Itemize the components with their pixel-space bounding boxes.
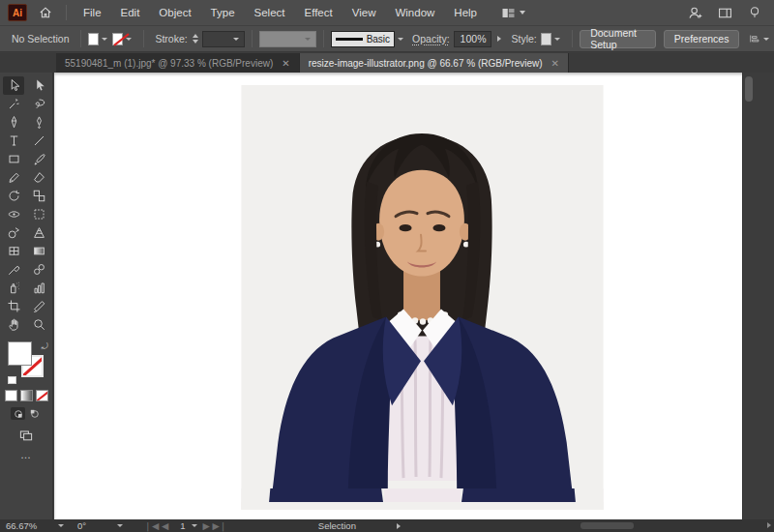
control-bar: No Selection Stroke: Basic Opacity: 100%… xyxy=(0,26,774,52)
screen-mode-button[interactable] xyxy=(0,428,52,443)
zoom-chevron-icon[interactable] xyxy=(58,524,64,527)
illustrator-logo: Ai xyxy=(8,4,27,21)
status-readout: Selection xyxy=(318,520,356,531)
align-icon[interactable] xyxy=(749,31,760,46)
rotation-field[interactable]: 0° xyxy=(72,519,92,532)
workspace-icon xyxy=(501,6,516,20)
brush-chevron-icon[interactable] xyxy=(398,38,403,41)
tool-eraser[interactable] xyxy=(28,168,49,187)
opacity-expand-icon[interactable] xyxy=(497,36,501,42)
tab-title: 55190481_m (1).jpg* @ 97.33 % (RGB/Previ… xyxy=(65,58,273,69)
stroke-weight-dropdown[interactable] xyxy=(202,31,245,47)
tool-rotate[interactable] xyxy=(3,187,24,205)
menu-item-effect[interactable]: Effect xyxy=(296,0,342,26)
color-button[interactable] xyxy=(5,390,17,401)
tool-type[interactable] xyxy=(3,132,24,150)
draw-behind-button[interactable] xyxy=(27,407,42,420)
menu-item-edit[interactable]: Edit xyxy=(112,0,149,26)
tool-free-transform[interactable] xyxy=(28,205,49,223)
tool-paintbrush[interactable] xyxy=(28,150,49,168)
tool-perspective-grid[interactable] xyxy=(28,223,49,242)
arrange-documents-icon[interactable] xyxy=(717,5,733,21)
horizontal-scroll-thumb[interactable] xyxy=(580,522,634,529)
rotation-chevron-icon[interactable] xyxy=(117,524,123,527)
edit-toolbar-ellipsis[interactable]: … xyxy=(0,449,52,460)
fill-chevron-icon[interactable] xyxy=(102,38,107,41)
discover-lightbulb-icon[interactable] xyxy=(747,5,762,20)
tool-pen[interactable] xyxy=(3,113,24,132)
opacity-input[interactable]: 100% xyxy=(454,31,492,47)
share-user-icon[interactable] xyxy=(687,5,703,21)
home-icon[interactable] xyxy=(33,0,58,26)
tool-blend[interactable] xyxy=(28,260,49,279)
close-icon[interactable]: ✕ xyxy=(551,58,559,69)
style-swatch[interactable] xyxy=(541,33,551,45)
tool-gradient[interactable] xyxy=(28,242,49,260)
fill-stroke-cluster: ⤾ xyxy=(8,341,46,382)
swap-fill-stroke-icon[interactable]: ⤾ xyxy=(42,341,49,352)
stroke-chevron-icon[interactable] xyxy=(126,38,132,41)
tool-zoom[interactable] xyxy=(28,315,49,334)
document-tab[interactable]: 55190481_m (1).jpg* @ 97.33 % (RGB/Previ… xyxy=(56,53,300,73)
placed-portrait-image[interactable] xyxy=(241,85,604,510)
artboard-canvas[interactable] xyxy=(54,73,754,519)
menu-item-select[interactable]: Select xyxy=(246,0,294,26)
align-chevron-icon[interactable] xyxy=(763,38,769,41)
draw-normal-button[interactable] xyxy=(11,407,25,420)
brush-name: Basic xyxy=(367,34,390,44)
tab-title: resize-image-illustrator.png @ 66.67 % (… xyxy=(309,58,543,69)
menu-item-object[interactable]: Object xyxy=(150,0,199,26)
close-icon[interactable]: ✕ xyxy=(282,58,289,69)
default-fill-stroke-icon[interactable] xyxy=(8,376,16,384)
tool-direct-selection[interactable] xyxy=(28,76,49,95)
menu-item-window[interactable]: Window xyxy=(386,0,443,26)
document-tab[interactable]: resize-image-illustrator.png @ 66.67 % (… xyxy=(300,53,569,73)
tool-scale[interactable] xyxy=(28,187,49,205)
workspace-switcher[interactable] xyxy=(495,0,531,26)
tool-slice[interactable] xyxy=(28,297,49,315)
menu-item-view[interactable]: View xyxy=(343,0,385,26)
menu-item-file[interactable]: File xyxy=(74,0,110,26)
menu-item-help[interactable]: Help xyxy=(445,0,486,26)
style-chevron-icon[interactable] xyxy=(554,38,560,41)
stroke-weight-stepper[interactable] xyxy=(192,31,200,46)
tool-lasso[interactable] xyxy=(28,95,49,113)
divider xyxy=(80,30,81,47)
tool-width[interactable] xyxy=(3,205,24,223)
tool-magic-wand[interactable] xyxy=(3,95,24,113)
tool-line-segment[interactable] xyxy=(28,132,49,150)
preferences-button[interactable]: Preferences xyxy=(664,30,740,48)
color-mode-row xyxy=(0,390,52,401)
document-setup-button[interactable]: Document Setup xyxy=(580,30,656,48)
tool-mesh[interactable] xyxy=(3,242,24,260)
status-expand-icon[interactable] xyxy=(397,523,401,529)
menu-item-type[interactable]: Type xyxy=(202,0,244,26)
vertical-scroll-thumb[interactable] xyxy=(745,76,753,102)
brush-stroke-preview xyxy=(336,38,363,41)
tool-artboard[interactable] xyxy=(3,297,24,315)
scroll-right-arrow[interactable] xyxy=(767,522,771,528)
tool-curvature[interactable] xyxy=(28,113,49,132)
opacity-label[interactable]: Opacity: xyxy=(412,33,450,44)
tool-column-graph[interactable] xyxy=(28,279,49,297)
gradient-button[interactable] xyxy=(20,390,33,401)
tool-pencil[interactable] xyxy=(3,168,24,187)
vertical-scrollbar[interactable] xyxy=(742,73,754,519)
divider xyxy=(66,5,67,20)
fill-color-swatch[interactable] xyxy=(88,33,99,45)
zoom-level-field[interactable]: 66.67% xyxy=(0,519,58,532)
tool-hand[interactable] xyxy=(3,315,24,334)
fill-swatch-large[interactable] xyxy=(8,341,32,366)
tool-selection[interactable] xyxy=(3,76,24,95)
chevron-down-icon xyxy=(520,11,525,15)
menu-bar: Ai FileEditObjectTypeSelectEffectViewWin… xyxy=(0,0,774,26)
stroke-color-swatch[interactable] xyxy=(112,33,123,45)
draw-modes xyxy=(0,407,52,420)
tool-symbol-sprayer[interactable] xyxy=(3,279,24,297)
tool-rectangle[interactable] xyxy=(3,150,24,168)
brush-definition-field[interactable]: Basic xyxy=(331,31,396,47)
tool-shape-builder[interactable] xyxy=(3,223,24,242)
tool-eyedropper[interactable] xyxy=(3,260,24,279)
artboard-number[interactable]: 1 xyxy=(174,519,191,532)
none-button[interactable] xyxy=(36,390,48,401)
